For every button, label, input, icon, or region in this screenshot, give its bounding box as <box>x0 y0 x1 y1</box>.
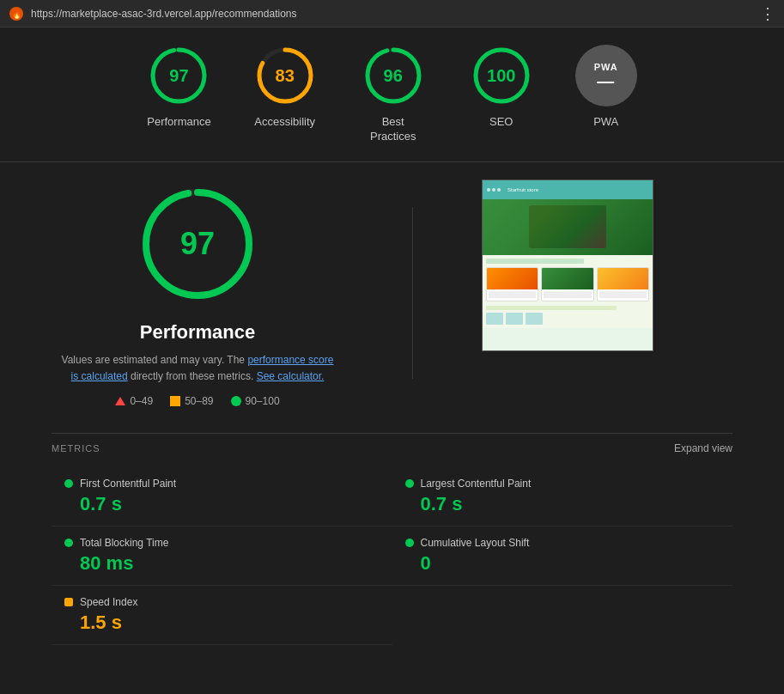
vertical-divider <box>412 207 413 379</box>
mockup-product-2 <box>541 267 593 301</box>
mockup-btn-3 <box>526 313 543 325</box>
legend-item-high: 90–100 <box>231 395 280 407</box>
main-content: 97 Performance Values are estimated and … <box>0 162 784 662</box>
mockup-header: Starfruit store <box>483 180 653 199</box>
mockup-extra-line <box>486 306 617 310</box>
performance-overview: 97 Performance Values are estimated and … <box>52 180 732 407</box>
best-practices-score: 96 <box>384 66 403 86</box>
performance-circle: 97 <box>148 45 210 107</box>
mockup-product-3-img <box>598 268 648 289</box>
metric-label-si: Speed Index <box>80 596 137 608</box>
performance-score: 97 <box>169 66 188 86</box>
mockup-products-row <box>486 267 649 301</box>
mockup-product-3-text <box>599 291 647 298</box>
calculator-link[interactable]: See calculator. <box>257 370 325 382</box>
score-item-seo[interactable]: 100 SEO <box>471 45 532 144</box>
mockup-product-2-img <box>542 268 593 289</box>
menu-icon[interactable]: ⋮ <box>760 4 775 23</box>
legend-range-high: 90–100 <box>246 395 280 407</box>
best-practices-label: Best Practices <box>359 115 428 144</box>
metric-item-lcp: Largest Contentful Paint 0.7 s <box>392 467 733 527</box>
mockup-content <box>483 255 653 328</box>
mockup-product-2-text <box>544 291 591 298</box>
accessibility-label: Accessibility <box>254 115 315 130</box>
metric-value-lcp: 0.7 s <box>421 493 720 515</box>
scores-section: 97 Performance 83 Accessibility 96 Best … <box>0 27 784 162</box>
metrics-header: METRICS Expand view <box>52 433 732 454</box>
desc-text: Values are estimated and may vary. The <box>62 354 245 366</box>
metric-dot-lcp <box>405 479 414 488</box>
best-practices-circle: 96 <box>362 45 424 107</box>
mockup-dots <box>487 188 501 192</box>
seo-label: SEO <box>489 115 513 130</box>
metric-label-row-tbt: Total Blocking Time <box>64 537 380 549</box>
score-item-performance[interactable]: 97 Performance <box>147 45 210 144</box>
mockup: Starfruit store <box>483 180 653 350</box>
metric-value-cls: 0 <box>421 552 720 575</box>
performance-title: Performance <box>140 321 256 344</box>
mockup-hero <box>483 199 653 255</box>
metric-item-tbt: Total Blocking Time 80 ms <box>52 527 392 586</box>
metric-dot-fcp <box>64 479 73 488</box>
score-item-accessibility[interactable]: 83 Accessibility <box>254 45 316 144</box>
metric-label-row-cls: Cumulative Layout Shift <box>405 537 720 549</box>
mockup-btn-2 <box>506 313 523 325</box>
dot-icon <box>231 396 241 406</box>
metric-value-tbt: 80 ms <box>80 552 380 575</box>
score-item-pwa[interactable]: PWA — PWA <box>575 45 637 144</box>
legend-range-mid: 50–89 <box>185 395 213 407</box>
mockup-product-3 <box>597 267 649 301</box>
expand-view-button[interactable]: Expand view <box>674 442 732 454</box>
performance-left: 97 Performance Values are estimated and … <box>52 180 343 407</box>
pwa-circle: PWA — <box>575 45 637 107</box>
seo-circle: 100 <box>471 45 532 107</box>
mockup-bottom-row <box>486 313 649 325</box>
titlebar: 🔥 https://marketplace-asac-3rd.vercel.ap… <box>0 0 784 27</box>
metric-label-tbt: Total Blocking Time <box>80 537 168 549</box>
metrics-section: METRICS Expand view First Contentful Pai… <box>52 433 732 645</box>
performance-label: Performance <box>147 115 210 130</box>
metric-item-cls: Cumulative Layout Shift 0 <box>392 527 733 586</box>
metric-label-row-fcp: First Contentful Paint <box>64 478 380 490</box>
metric-value-fcp: 0.7 s <box>80 493 380 515</box>
mockup-title: Starfruit store <box>507 187 538 192</box>
metric-dot-si <box>64 598 73 606</box>
score-item-best-practices[interactable]: 96 Best Practices <box>359 45 428 144</box>
performance-description: Values are estimated and may vary. The p… <box>62 352 334 385</box>
mockup-subtitle <box>486 259 584 264</box>
legend-item-mid: 50–89 <box>170 395 213 407</box>
mockup-product-1 <box>486 267 538 301</box>
mockup-btn-1 <box>486 313 503 325</box>
metrics-grid: First Contentful Paint 0.7 s Largest Con… <box>52 467 732 645</box>
square-icon <box>170 396 180 406</box>
seo-score: 100 <box>487 66 515 86</box>
mockup-product-1-img <box>487 268 538 289</box>
metric-label-lcp: Largest Contentful Paint <box>421 478 532 490</box>
svg-text:🔥: 🔥 <box>12 9 22 20</box>
legend-item-low: 0–49 <box>115 395 153 407</box>
triangle-icon <box>115 397 125 405</box>
legend-range-low: 0–49 <box>130 395 153 407</box>
browser-icon: 🔥 <box>9 6 24 21</box>
legend: 0–49 50–89 90–100 <box>115 395 279 407</box>
mockup-dot-3 <box>497 188 501 192</box>
metric-dot-cls <box>405 539 414 547</box>
metric-dot-tbt <box>64 539 73 547</box>
metric-item-si: Speed Index 1.5 s <box>52 586 392 645</box>
mockup-dot-2 <box>492 188 495 192</box>
url-bar[interactable]: https://marketplace-asac-3rd.vercel.app/… <box>31 8 753 20</box>
mockup-product-1-text <box>489 291 536 298</box>
metric-label-row-lcp: Largest Contentful Paint <box>405 478 720 490</box>
metric-label-row-si: Speed Index <box>64 596 380 608</box>
metric-label-cls: Cumulative Layout Shift <box>421 537 530 549</box>
accessibility-circle: 83 <box>254 45 316 107</box>
big-performance-score: 97 <box>180 226 215 262</box>
accessibility-score: 83 <box>276 66 295 86</box>
desc-mid: directly from these metrics. <box>131 370 257 382</box>
metric-value-si: 1.5 s <box>80 612 380 634</box>
metrics-title: METRICS <box>52 443 100 454</box>
metric-label-fcp: First Contentful Paint <box>80 478 176 490</box>
pwa-label: PWA <box>593 115 618 130</box>
mockup-hero-img <box>529 205 606 248</box>
pwa-dash: — <box>597 72 615 89</box>
